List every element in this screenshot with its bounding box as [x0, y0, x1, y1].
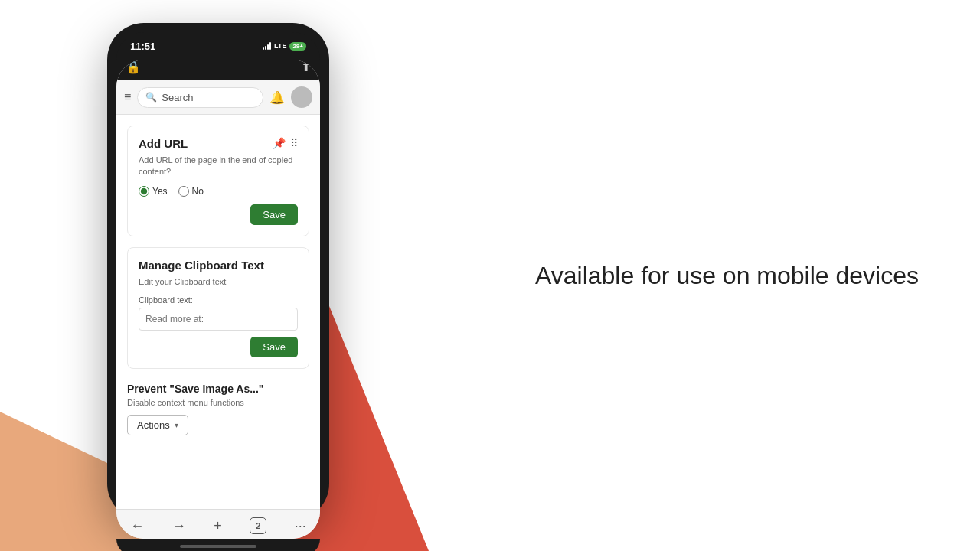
hamburger-icon[interactable]: ≡ — [124, 90, 131, 104]
phone-notch: 11:51 LTE 28+ — [116, 32, 320, 60]
phone-wrapper: 11:51 LTE 28+ 🔒 ⬆ ≡ 🔍 Search — [107, 23, 329, 520]
dropdown-arrow-icon: ▾ — [175, 421, 178, 429]
radio-yes-label[interactable]: Yes — [139, 186, 168, 197]
bell-icon[interactable]: 🔔 — [270, 90, 285, 105]
page-content: 📌 ⠿ Add URL Add URL of the page in the e… — [116, 115, 320, 509]
manage-clipboard-description: Edit your Clipboard text — [139, 276, 298, 288]
clipboard-label: Clipboard text: — [139, 295, 298, 305]
add-url-radio-group: Yes No — [139, 186, 298, 197]
add-url-card: 📌 ⠿ Add URL Add URL of the page in the e… — [127, 126, 309, 236]
phone-status-icons: LTE 28+ — [263, 42, 306, 51]
phone: 11:51 LTE 28+ 🔒 ⬆ ≡ 🔍 Search — [107, 23, 329, 520]
manage-clipboard-title: Manage Clipboard Text — [139, 259, 298, 272]
signal-bars-icon — [263, 42, 271, 50]
home-pill — [180, 545, 256, 548]
search-icon: 🔍 — [145, 92, 157, 103]
tagline: Available for use on mobile devices — [535, 262, 919, 290]
phone-time: 11:51 — [130, 41, 155, 52]
add-tab-button[interactable]: + — [214, 518, 222, 534]
clipboard-text-input[interactable] — [139, 308, 298, 331]
phone-screen: 🔒 ⬆ ≡ 🔍 Search 🔔 📌 ⠿ — [116, 60, 320, 539]
radio-no-text: No — [192, 186, 204, 197]
radio-no-label[interactable]: No — [178, 186, 204, 197]
back-button[interactable]: ← — [130, 518, 144, 534]
radio-no-input[interactable] — [178, 186, 189, 197]
lte-label: LTE — [274, 42, 286, 50]
card-actions: 📌 ⠿ — [273, 137, 298, 149]
phone-home-indicator — [116, 539, 320, 551]
search-bar[interactable]: 🔍 Search — [137, 87, 263, 108]
share-icon[interactable]: ⬆ — [301, 60, 311, 74]
more-button[interactable]: ··· — [295, 518, 306, 534]
actions-button[interactable]: Actions ▾ — [127, 415, 188, 435]
prevent-title: Prevent "Save Image As..." — [127, 383, 309, 395]
browser-toolbar: ≡ 🔍 Search 🔔 — [116, 80, 320, 115]
radio-yes-text: Yes — [152, 186, 168, 197]
manage-clipboard-card: Manage Clipboard Text Edit your Clipboar… — [127, 247, 309, 369]
grid-icon[interactable]: ⠿ — [290, 137, 298, 149]
forward-button[interactable]: → — [172, 518, 186, 534]
prevent-description: Disable context menu functions — [127, 398, 309, 407]
manage-clipboard-save-button[interactable]: Save — [250, 337, 298, 357]
actions-label: Actions — [137, 419, 170, 431]
prevent-save-section: Prevent "Save Image As..." Disable conte… — [127, 380, 309, 439]
browser-top-bar: 🔒 ⬆ — [116, 60, 320, 80]
tab-count-badge[interactable]: 2 — [250, 517, 266, 534]
add-url-save-button[interactable]: Save — [250, 204, 298, 225]
signal-badge: 28+ — [289, 42, 306, 51]
pin-icon[interactable]: 📌 — [273, 137, 286, 149]
avatar[interactable] — [291, 86, 312, 108]
add-url-description: Add URL of the page in the end of copied… — [139, 155, 298, 178]
search-input-text: Search — [162, 92, 193, 103]
browser-bottom-nav: ← → + 2 ··· — [116, 509, 320, 539]
radio-yes-input[interactable] — [139, 186, 149, 197]
lock-icon: 🔒 — [126, 60, 141, 74]
